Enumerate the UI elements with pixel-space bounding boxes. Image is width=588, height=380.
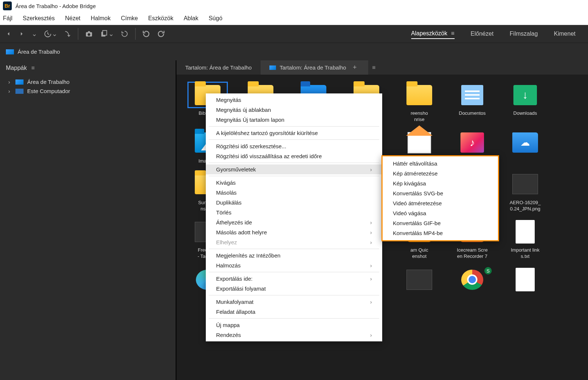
ctx-item[interactable]: Új mappa bbox=[206, 320, 382, 330]
documents-thumb[interactable]: Documentos bbox=[448, 82, 496, 123]
tree-label: Área de Trabalho bbox=[27, 79, 69, 85]
ctx-item[interactable]: Rögzítési idő visszaállítása az eredeti … bbox=[206, 151, 382, 161]
submenu-item[interactable]: Kép kivágása bbox=[383, 178, 498, 188]
menu-stacks[interactable]: Halmok bbox=[91, 15, 111, 22]
window-title: Área de Trabalho - Adobe Bridge bbox=[15, 3, 96, 9]
ctx-item[interactable]: Gyorsműveletek› bbox=[206, 164, 382, 174]
tab-menu-icon[interactable]: ≡ bbox=[368, 60, 379, 75]
rotate-ccw-button[interactable] bbox=[142, 30, 150, 38]
ctx-item[interactable]: Másolás adott helyre› bbox=[206, 227, 382, 237]
content-tab-1[interactable]: Tartalom: Área de Trabalho bbox=[176, 60, 261, 75]
ctx-item[interactable]: Exportálási folyamat bbox=[206, 284, 382, 294]
image-icon bbox=[512, 174, 538, 194]
cloud-icon: ☁ bbox=[512, 132, 538, 153]
image-thumb[interactable]: AERO-16209_ 0.24_JPN.png bbox=[501, 171, 549, 212]
ctx-item[interactable]: Rögzítési idő szerkesztése... bbox=[206, 141, 382, 151]
content-tabs: Tartalom: Área de Trabalho Tartalom: Áre… bbox=[176, 60, 588, 75]
desktop-folder-icon bbox=[15, 79, 24, 85]
folders-panel: Mappák ≡ › Área de Trabalho › Este Compu… bbox=[0, 60, 176, 380]
file-thumb[interactable] bbox=[501, 266, 549, 293]
workspace-menu-icon[interactable]: ≡ bbox=[451, 30, 454, 37]
text-file-thumb[interactable]: Important link s.txt bbox=[501, 219, 549, 260]
submenu-item[interactable]: Konvertálás GIF-be bbox=[383, 218, 498, 228]
ctx-item[interactable]: Törlés bbox=[206, 207, 382, 217]
workspace-output[interactable]: Kimenet bbox=[554, 29, 576, 39]
ctx-item[interactable]: Áthelyezés ide› bbox=[206, 217, 382, 227]
submenu-item[interactable]: Videó átméretezése bbox=[383, 198, 498, 208]
refresh-button[interactable] bbox=[121, 30, 129, 38]
menubar: Fájl Szerkesztés Nézet Halmok Címke Eszk… bbox=[0, 12, 588, 25]
downloads-icon: ↓ bbox=[513, 85, 537, 105]
ctx-item[interactable]: Megjelenítés az Intézőben bbox=[206, 251, 382, 260]
tree-item-desktop[interactable]: › Área de Trabalho bbox=[6, 77, 170, 86]
cloud-thumb[interactable]: ☁ bbox=[501, 129, 549, 164]
content-tab-2[interactable]: Tartalom: Área de Trabalho + bbox=[261, 60, 368, 75]
ctx-item[interactable]: Megnyitás Új tartalom lapon bbox=[206, 115, 382, 125]
svg-rect-3 bbox=[103, 31, 107, 35]
home-icon bbox=[408, 132, 431, 153]
svg-point-1 bbox=[87, 33, 90, 36]
menu-help[interactable]: Súgó bbox=[209, 15, 222, 22]
ctx-item[interactable]: A kijelöléshez tartozó gyorsítótár kiürí… bbox=[206, 128, 382, 138]
tree-item-computer[interactable]: › Este Computador bbox=[6, 86, 170, 96]
menu-label[interactable]: Címke bbox=[121, 15, 138, 22]
desktop-icon bbox=[6, 49, 14, 54]
ctx-item[interactable]: Másolás bbox=[206, 188, 382, 198]
ctx-item[interactable]: Halmozás› bbox=[206, 260, 382, 270]
workspace-filmstrip[interactable]: Filmszalag bbox=[510, 29, 538, 39]
tab-label: Tartalom: Área de Trabalho bbox=[280, 64, 346, 71]
submenu-item[interactable]: Konvertálás MP4-be bbox=[383, 228, 498, 238]
menu-edit[interactable]: Szerkesztés bbox=[23, 15, 55, 22]
file-icon bbox=[516, 268, 535, 291]
nav-back-button[interactable] bbox=[5, 31, 12, 37]
submenu-item[interactable]: Konvertálás SVG-be bbox=[383, 188, 498, 198]
documents-icon bbox=[461, 85, 483, 105]
chrome-icon bbox=[461, 270, 483, 290]
ctx-item[interactable]: Rendezés› bbox=[206, 330, 382, 340]
ctx-item[interactable]: Megnyitás új ablakban bbox=[206, 105, 382, 115]
panel-title: Mappák bbox=[6, 65, 27, 71]
ctx-item[interactable]: Exportálás ide:› bbox=[206, 274, 382, 284]
ctx-item[interactable]: Megnyitás bbox=[206, 95, 382, 105]
downloads-thumb[interactable]: ↓Downloads bbox=[501, 82, 549, 123]
submenu-item[interactable]: Videó vágása bbox=[383, 208, 498, 218]
ctx-item[interactable]: Munkafolyamat› bbox=[206, 297, 382, 307]
breadcrumb-item[interactable]: Área de Trabalho bbox=[18, 49, 60, 55]
rotate-cw-button[interactable] bbox=[157, 30, 165, 38]
menu-window[interactable]: Ablak bbox=[184, 15, 198, 22]
submenu-item[interactable]: Kép átméretezése bbox=[383, 168, 498, 178]
nav-forward-button[interactable] bbox=[18, 31, 25, 37]
image-icon bbox=[406, 270, 432, 290]
tab-label: Tartalom: Área de Trabalho bbox=[185, 64, 252, 71]
badge-s-icon: S bbox=[484, 267, 492, 274]
chevron-right-icon[interactable]: › bbox=[7, 79, 12, 85]
workspace-essentials[interactable]: Alapeszközök≡ bbox=[411, 29, 455, 39]
workspace-preview[interactable]: Előnézet bbox=[471, 29, 494, 39]
ctx-item: Elhelyez› bbox=[206, 237, 382, 247]
menu-view[interactable]: Nézet bbox=[65, 15, 80, 22]
image-thumb[interactable] bbox=[395, 266, 443, 293]
menu-file[interactable]: Fájl bbox=[3, 15, 12, 22]
quick-actions-submenu[interactable]: Háttér eltávolításaKép átméretezéseKép k… bbox=[381, 155, 499, 241]
app-thumb[interactable]: S bbox=[448, 266, 496, 293]
camera-import-button[interactable] bbox=[85, 30, 94, 38]
tab-add-button[interactable]: + bbox=[350, 64, 360, 71]
menu-tools[interactable]: Eszközök bbox=[148, 15, 173, 22]
folder-thumb[interactable]: reensho nrise bbox=[395, 82, 443, 123]
file-icon bbox=[516, 220, 535, 244]
desktop-folder-icon bbox=[269, 65, 276, 70]
ctx-item[interactable]: Feladat állapota bbox=[206, 307, 382, 317]
toolbar: ⌄ ⌄ ⌄ Alapeszközök≡ Előnézet Filmszalag … bbox=[0, 25, 588, 43]
nav-dropdown-button[interactable]: ⌄ bbox=[32, 30, 37, 38]
titlebar: Br Área de Trabalho - Adobe Bridge bbox=[0, 0, 588, 12]
ctx-item[interactable]: Duplikálás bbox=[206, 198, 382, 207]
boomerang-button[interactable] bbox=[64, 30, 71, 38]
breadcrumb: Área de Trabalho bbox=[0, 43, 588, 60]
panel-menu-icon[interactable]: ≡ bbox=[31, 65, 35, 71]
history-button[interactable]: ⌄ bbox=[44, 30, 57, 38]
context-menu[interactable]: MegnyitásMegnyitás új ablakbanMegnyitás … bbox=[206, 93, 382, 341]
submenu-item[interactable]: Háttér eltávolítása bbox=[383, 159, 498, 168]
ctx-item[interactable]: Kivágás bbox=[206, 178, 382, 188]
chevron-right-icon[interactable]: › bbox=[7, 88, 12, 94]
batch-button[interactable]: ⌄ bbox=[100, 30, 114, 38]
